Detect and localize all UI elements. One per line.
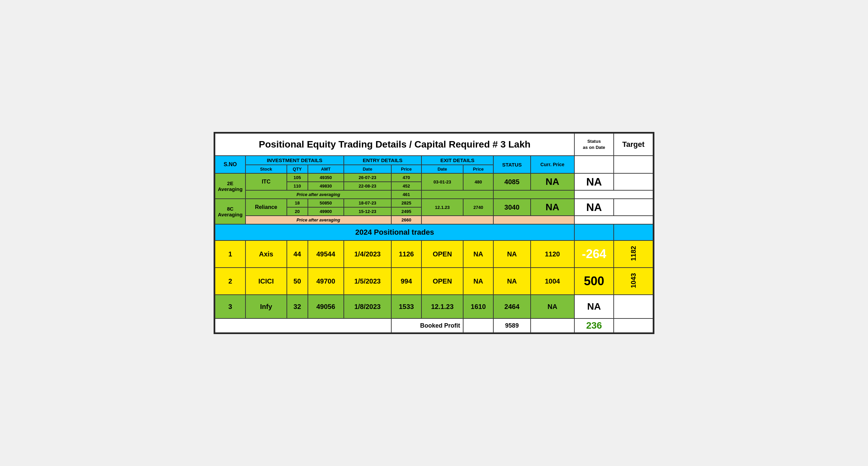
curr-price-icici: 1004: [531, 268, 574, 295]
sno-header: S.NO: [215, 156, 245, 173]
avg-label-2e: Price after averaging: [245, 190, 391, 199]
exit-date-icici: OPEN: [421, 268, 463, 295]
main-table-wrapper: Positional Equity Trading Details / Capi…: [214, 132, 654, 334]
curr-price-header: Curr. Price: [531, 156, 574, 173]
exit-price-infy: 1610: [463, 295, 493, 318]
status-col-header: STATUS: [493, 156, 530, 173]
amt-49350: 49350: [308, 173, 344, 182]
qty-20: 20: [287, 207, 308, 216]
status-display-8c: NA: [574, 199, 614, 216]
status-infy: 2464: [493, 295, 530, 318]
entry-date-2e-2: 22-08-23: [344, 182, 391, 190]
stock-icici: ICICI: [245, 268, 287, 295]
target-header-cell: Target: [614, 133, 653, 156]
entry-date-subheader: Date: [344, 165, 391, 173]
stock-itc: ITC: [245, 173, 287, 190]
status-date-spacer: [574, 156, 614, 173]
qty-subheader: QTY: [287, 165, 308, 173]
exit-date-2e: 03-01-23: [421, 173, 463, 190]
stock-axis: Axis: [245, 240, 287, 268]
booked-profit-label: Booked Profit: [391, 318, 463, 333]
stock-reliance: Reliance: [245, 199, 287, 216]
entry-price-infy: 1533: [391, 295, 421, 318]
exit-price-icici: NA: [463, 268, 493, 295]
investment-header: INVESTMENT DETAILS: [245, 156, 344, 165]
qty-105: 105: [287, 173, 308, 182]
curr-price-8c: NA: [531, 199, 574, 216]
exit-price-subheader: Price: [463, 165, 493, 173]
sno-8c: 8C Averaging: [215, 199, 245, 224]
exit-date-infy: 12.1.23: [421, 295, 463, 318]
exit-header: EXIT DETAILS: [421, 156, 493, 165]
stock-infy: Infy: [245, 295, 287, 318]
target-2e: [614, 173, 653, 190]
page-title: Positional Equity Trading Details / Capi…: [215, 133, 574, 156]
entry-price-icici: 994: [391, 268, 421, 295]
entry-date-8c-2: 15-12-23: [344, 207, 391, 216]
target-icici: 1043: [614, 268, 653, 295]
entry-price-8c-1: 2825: [391, 199, 421, 207]
target-axis: 1182: [614, 240, 653, 268]
sno-1: 1: [215, 240, 245, 268]
entry-date-icici: 1/5/2023: [344, 268, 391, 295]
entry-date-infy: 1/8/2023: [344, 295, 391, 318]
booked-profit-row: Booked Profit 9589 236: [215, 318, 653, 333]
exit-date-axis: OPEN: [421, 240, 463, 268]
target-8c: [614, 199, 653, 216]
booked-profit-display: 236: [574, 318, 614, 333]
qty-18: 18: [287, 199, 308, 207]
exit-date-8c: 12.1.23: [421, 199, 463, 216]
amt-axis: 49544: [308, 240, 344, 268]
qty-axis: 44: [287, 240, 308, 268]
row-2e-top: 2E Averaging ITC 105 49350 26-07-23 470 …: [215, 173, 653, 182]
row-icici: 2 ICICI 50 49700 1/5/2023 994 OPEN NA NA…: [215, 268, 653, 295]
row-2e-avg: Price after averaging 461: [215, 190, 653, 199]
entry-price-subheader: Price: [391, 165, 421, 173]
sno-2e: 2E Averaging: [215, 173, 245, 199]
sno-2: 2: [215, 268, 245, 295]
avg-price-2e: 461: [391, 190, 421, 199]
curr-price-2e: NA: [531, 173, 574, 190]
amt-subheader: AMT: [308, 165, 344, 173]
curr-price-infy: NA: [531, 295, 574, 318]
exit-date-subheader: Date: [421, 165, 463, 173]
row-infy: 3 Infy 32 49056 1/8/2023 1533 12.1.23 16…: [215, 295, 653, 318]
title-row: Positional Equity Trading Details / Capi…: [215, 133, 653, 156]
avg-label-8c: Price after averaging: [245, 216, 391, 224]
row-8c-top: 8C Averaging Reliance 18 50850 18-07-23 …: [215, 199, 653, 207]
exit-price-axis: NA: [463, 240, 493, 268]
row-axis: 1 Axis 44 49544 1/4/2023 1126 OPEN NA NA…: [215, 240, 653, 268]
entry-price-8c-2: 2495: [391, 207, 421, 216]
status-display-axis: -264: [574, 240, 614, 268]
section-2024-row: 2024 Positional trades: [215, 224, 653, 240]
entry-price-2e-1: 470: [391, 173, 421, 182]
stock-subheader: Stock: [245, 165, 287, 173]
entry-date-axis: 1/4/2023: [344, 240, 391, 268]
amt-infy: 49056: [308, 295, 344, 318]
status-2e: 4085: [493, 173, 530, 190]
qty-110: 110: [287, 182, 308, 190]
section-2024-label: 2024 Positional trades: [215, 224, 574, 240]
entry-price-2e-2: 452: [391, 182, 421, 190]
booked-profit-val: 9589: [493, 318, 530, 333]
target-infy: [614, 295, 653, 318]
curr-price-axis: 1120: [531, 240, 574, 268]
group-header-row: S.NO INVESTMENT DETAILS ENTRY DETAILS EX…: [215, 156, 653, 165]
exit-price-2e: 480: [463, 173, 493, 190]
entry-header: ENTRY DETAILS: [344, 156, 421, 165]
entry-price-axis: 1126: [391, 240, 421, 268]
entry-date-2e-1: 26-07-23: [344, 173, 391, 182]
status-display-icici: 500: [574, 268, 614, 295]
amt-49900: 49900: [308, 207, 344, 216]
amt-50850: 50850: [308, 199, 344, 207]
status-axis: NA: [493, 240, 530, 268]
avg-price-8c: 2660: [391, 216, 421, 224]
qty-icici: 50: [287, 268, 308, 295]
status-display-2e: NA: [574, 173, 614, 190]
amt-49830: 49830: [308, 182, 344, 190]
target-spacer: [614, 156, 653, 173]
row-8c-avg: Price after averaging 2660: [215, 216, 653, 224]
qty-infy: 32: [287, 295, 308, 318]
status-icici: NA: [493, 268, 530, 295]
status-8c: 3040: [493, 199, 530, 216]
